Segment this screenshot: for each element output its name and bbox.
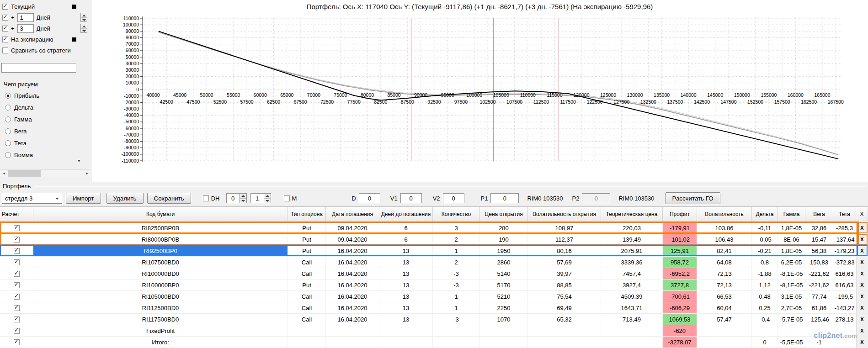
column-header-10[interactable]: Волатильность xyxy=(697,207,752,222)
scroll-left-icon[interactable]: ◄ xyxy=(0,170,8,177)
cell-volatility: 72,13 xyxy=(697,268,752,279)
table-row[interactable]: RI117500BD0Call16.04.202013-3107065,3271… xyxy=(0,314,868,325)
row-calc-checkbox[interactable] xyxy=(14,328,20,334)
row-remove-button[interactable]: X xyxy=(856,279,868,290)
plus1-days-input[interactable]: 1 xyxy=(17,13,34,22)
scroll-right-icon[interactable]: ► xyxy=(83,170,91,177)
d-input[interactable]: 0 xyxy=(359,193,380,203)
column-header-4[interactable]: Дней до погашения xyxy=(379,207,433,222)
calc-margin-button[interactable]: Рассчитать ГО xyxy=(666,192,720,204)
row-calc-checkbox[interactable] xyxy=(14,248,20,254)
column-header-3[interactable]: Дата погашения xyxy=(326,207,379,222)
row-calc-checkbox[interactable] xyxy=(14,339,20,345)
cell-option-type xyxy=(288,325,326,336)
save-button[interactable]: Сохранить xyxy=(147,193,191,204)
m-checkbox[interactable] xyxy=(284,195,290,201)
plus1-checkbox[interactable] xyxy=(2,15,8,21)
table-row[interactable]: RI107500BD0Call16.04.2020132286057,69333… xyxy=(0,257,868,268)
table-row[interactable]: FixedProfit-620X xyxy=(0,325,868,337)
row-calc-checkbox[interactable] xyxy=(14,316,20,322)
row-remove-button[interactable]: X xyxy=(856,302,868,313)
scrollbar-thumb[interactable] xyxy=(8,170,41,177)
row-calc-checkbox[interactable] xyxy=(14,305,20,311)
column-header-11[interactable]: Дельта xyxy=(752,207,778,222)
svg-text:30000: 30000 xyxy=(126,67,139,73)
cell-gamma: 8E-06 xyxy=(778,234,805,245)
cell-security-code: RI82500BP0B xyxy=(33,222,288,233)
row-calc-checkbox[interactable] xyxy=(14,294,20,300)
column-header-9[interactable]: Профит xyxy=(663,207,697,222)
row-calc-checkbox[interactable] xyxy=(14,237,20,243)
scrollbar-track[interactable] xyxy=(8,170,83,177)
plus1-days-spinner[interactable] xyxy=(80,13,87,22)
table-row[interactable]: RI105000BD0Call16.04.2020131521075,54450… xyxy=(0,291,868,302)
row-remove-button[interactable]: X xyxy=(856,325,868,336)
column-header-15[interactable]: X xyxy=(856,207,868,222)
table-row[interactable]: RI100000BD0Call16.04.202013-3514039,9774… xyxy=(0,268,868,279)
table-row[interactable]: Итого:-3278,070-5,5E-05-1X xyxy=(0,337,868,348)
draw-option-theta[interactable]: Тета xyxy=(0,137,91,149)
strategy-combobox[interactable] xyxy=(1,63,76,73)
draw-option-delta[interactable]: Дельта xyxy=(0,101,91,113)
cell-volatility: 72,13 xyxy=(697,279,752,290)
row-remove-button[interactable]: X xyxy=(856,245,868,256)
draw-option-vega[interactable]: Вега xyxy=(0,125,91,137)
dh-checkbox[interactable] xyxy=(203,195,209,201)
column-header-8[interactable]: Теоретическая цена xyxy=(601,207,663,222)
portfolio-combobox[interactable]: стреддл 3 xyxy=(2,193,62,204)
draw-option-gamma[interactable]: Гамма xyxy=(0,113,91,125)
svg-text:47500: 47500 xyxy=(186,99,200,105)
current-checkbox[interactable] xyxy=(2,4,8,10)
dh-spinner-1-value[interactable]: 0 xyxy=(226,193,240,203)
column-header-0[interactable]: Расчет xyxy=(0,207,33,222)
table-row[interactable]: RI80000BP0BPut09.04.202062190112,37139,4… xyxy=(0,234,868,245)
row-remove-button[interactable]: X xyxy=(856,291,868,302)
column-header-1[interactable]: Код бумаги xyxy=(33,207,288,222)
delete-button[interactable]: Удалить xyxy=(107,193,144,204)
row-calc-checkbox[interactable] xyxy=(14,271,20,277)
dh-spinner-2-value[interactable]: 1 xyxy=(250,193,264,203)
row-calc-checkbox[interactable] xyxy=(14,282,20,288)
draw-option-profit[interactable]: Прибыль xyxy=(0,90,91,101)
spinner-arrows-icon[interactable] xyxy=(240,193,247,203)
plus3-days-input[interactable]: 3 xyxy=(17,24,34,33)
column-header-6[interactable]: Цена открытия xyxy=(480,207,528,222)
row-remove-button[interactable]: X xyxy=(856,257,868,268)
p1-input[interactable]: 0 xyxy=(490,193,519,203)
column-header-5[interactable]: Количество xyxy=(433,207,480,222)
row-remove-button[interactable]: X xyxy=(856,268,868,279)
compare-strategy-checkbox[interactable] xyxy=(2,47,8,53)
dh-spinner-1[interactable]: 0 xyxy=(226,193,247,203)
row-calc-checkbox[interactable] xyxy=(14,225,20,231)
scroll-down-icon[interactable]: ▼ xyxy=(77,159,81,163)
table-row[interactable]: RI92500BP0Put16.04.2020131195080,162075,… xyxy=(0,245,868,257)
v1-input[interactable]: 0 xyxy=(400,193,422,203)
plus3-checkbox[interactable] xyxy=(2,26,8,32)
svg-text:110000: 110000 xyxy=(123,16,139,21)
table-row[interactable]: RI112500BD0Call16.04.2020131225069,49164… xyxy=(0,302,868,314)
column-header-7[interactable]: Волатильность открытия xyxy=(528,207,601,222)
column-header-12[interactable]: Гамма xyxy=(778,207,805,222)
row-remove-button[interactable]: X xyxy=(856,234,868,245)
table-row[interactable]: RI82500BP0BPut09.04.202063280108,97220,0… xyxy=(0,222,868,234)
panel-horizontal-scrollbar[interactable]: ◄ ► xyxy=(0,169,91,177)
cell-delta: 0 xyxy=(752,337,778,348)
table-row[interactable]: RI100000BP0Put16.04.202013-3517088,85392… xyxy=(0,279,868,291)
column-header-2[interactable]: Тип опциона xyxy=(288,207,326,222)
row-remove-button[interactable]: X xyxy=(856,314,868,325)
portfolio-chart[interactable]: 1100001000009000080000700006000050000400… xyxy=(91,0,868,182)
v2-input[interactable]: 0 xyxy=(443,193,464,203)
column-header-14[interactable]: Тета xyxy=(833,207,856,222)
row-remove-button[interactable]: X xyxy=(856,337,868,348)
cell-quantity xyxy=(433,337,480,348)
p2-input[interactable]: 0 xyxy=(582,193,610,203)
cell-vega: 15,47 xyxy=(805,234,833,245)
column-header-13[interactable]: Вега xyxy=(805,207,833,222)
spinner-arrows-icon[interactable] xyxy=(264,193,271,203)
expiration-checkbox[interactable] xyxy=(2,37,8,42)
dh-spinner-2[interactable]: 1 xyxy=(250,193,271,203)
plus3-days-spinner[interactable] xyxy=(80,24,87,33)
row-calc-checkbox[interactable] xyxy=(14,259,20,265)
import-button[interactable]: Импорт xyxy=(66,193,101,204)
row-remove-button[interactable]: X xyxy=(856,222,868,233)
